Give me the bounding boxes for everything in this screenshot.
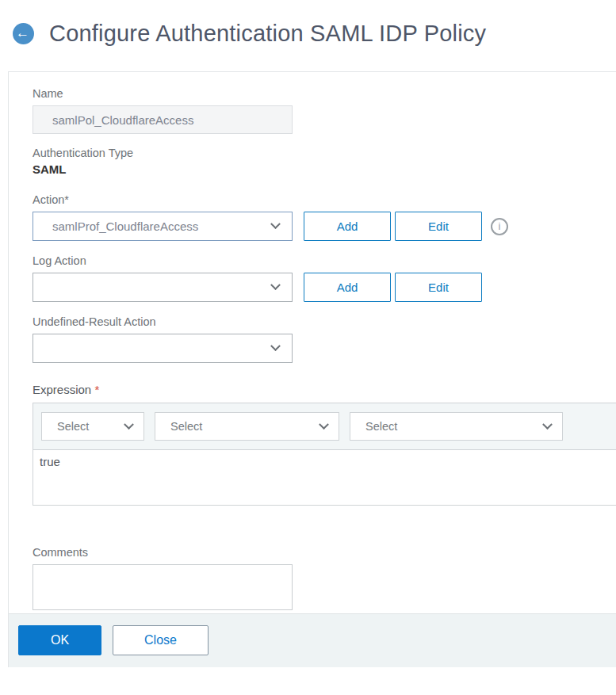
comments-input[interactable] <box>33 564 293 610</box>
expression-select-1-value: Select <box>42 420 125 433</box>
expression-select-2[interactable]: Select <box>155 412 339 441</box>
action-add-button[interactable]: Add <box>304 212 391 241</box>
required-asterisk: * <box>94 383 99 396</box>
form-footer: OK Close <box>9 613 616 667</box>
saml-idp-policy-form: Name Authentication Type SAML Action* sa… <box>8 71 616 667</box>
undefined-result-action-label: Undefined-Result Action <box>33 315 616 328</box>
action-label: Action* <box>33 193 616 206</box>
info-icon[interactable]: i <box>491 218 508 235</box>
expression-select-3[interactable]: Select <box>350 412 563 441</box>
back-button[interactable]: ← <box>13 23 34 44</box>
log-action-row: Add Edit <box>33 273 616 302</box>
expression-select-3-value: Select <box>350 420 544 433</box>
expression-input[interactable]: true <box>33 450 616 505</box>
expression-label: Expression * <box>33 383 616 396</box>
chevron-down-icon <box>270 341 281 351</box>
form-body: Name Authentication Type SAML Action* sa… <box>9 72 616 613</box>
action-edit-button[interactable]: Edit <box>395 212 482 241</box>
expression-select-2-value: Select <box>155 420 320 433</box>
chevron-down-icon <box>270 219 281 229</box>
action-select-value: samlProf_CloudflareAccess <box>33 220 272 233</box>
expression-select-1[interactable]: Select <box>41 412 144 441</box>
action-row: samlProf_CloudflareAccess Add Edit i <box>33 212 616 241</box>
back-arrow-icon: ← <box>16 26 29 40</box>
expression-editor: Select Select Select true <box>33 403 616 506</box>
chevron-down-icon <box>542 419 553 430</box>
ok-button[interactable]: OK <box>18 625 101 655</box>
page-header: ← Configure Authentication SAML IDP Poli… <box>0 0 616 47</box>
chevron-down-icon <box>270 280 281 290</box>
chevron-down-icon <box>319 419 329 430</box>
action-select[interactable]: samlProf_CloudflareAccess <box>33 212 293 241</box>
comments-block: Comments <box>33 546 616 613</box>
page-title: Configure Authentication SAML IDP Policy <box>49 21 486 47</box>
close-button[interactable]: Close <box>113 625 209 655</box>
log-action-edit-button[interactable]: Edit <box>395 273 482 302</box>
undefined-result-action-select[interactable] <box>33 334 293 363</box>
name-input[interactable] <box>33 105 293 134</box>
comments-label: Comments <box>33 546 616 559</box>
log-action-select[interactable] <box>33 273 293 302</box>
name-label: Name <box>33 87 616 100</box>
auth-type-label: Authentication Type <box>33 147 616 159</box>
log-action-add-button[interactable]: Add <box>304 273 391 302</box>
expression-toolbar: Select Select Select <box>33 403 616 450</box>
log-action-label: Log Action <box>33 254 616 267</box>
auth-type-value: SAML <box>33 162 616 176</box>
chevron-down-icon <box>124 419 134 430</box>
